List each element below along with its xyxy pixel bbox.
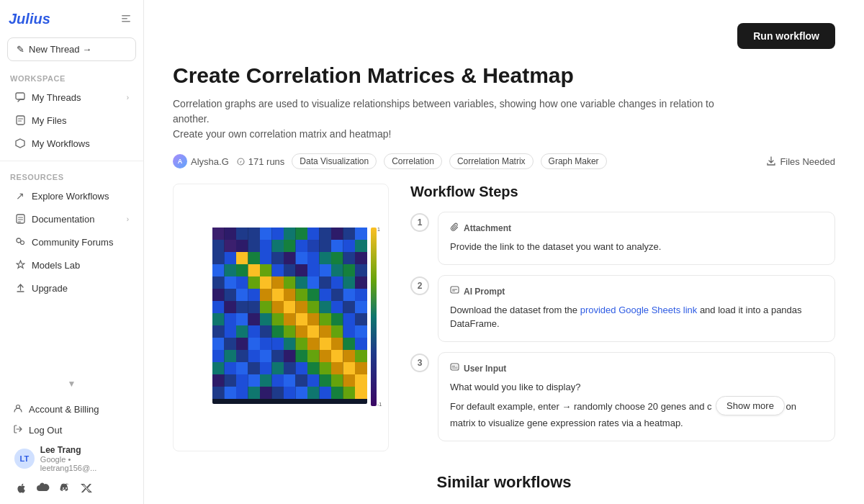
svg-rect-144 [248, 350, 261, 362]
svg-rect-79 [248, 289, 261, 301]
svg-rect-45 [307, 252, 320, 264]
svg-rect-161 [296, 362, 308, 374]
svg-rect-162 [307, 362, 320, 374]
apple-icon[interactable] [14, 481, 29, 495]
docs-icon [14, 213, 26, 225]
svg-rect-53 [248, 264, 261, 276]
svg-rect-117 [236, 325, 248, 338]
sidebar-item-explore-workflows[interactable]: ↗ Explore Workflows [4, 185, 139, 207]
svg-rect-89 [212, 301, 225, 313]
svg-rect-101 [355, 301, 367, 313]
svg-rect-175 [307, 374, 320, 387]
svg-rect-176 [320, 374, 332, 387]
svg-rect-38 [225, 252, 237, 264]
svg-text:-1: -1 [377, 402, 382, 407]
svg-rect-98 [320, 301, 332, 313]
svg-rect-103 [225, 313, 237, 325]
tag-data-viz[interactable]: Data Visualization [292, 153, 377, 169]
svg-rect-135 [296, 338, 308, 350]
step-card-2: AI Prompt Download the dataset from the … [438, 275, 835, 342]
svg-rect-114 [355, 313, 367, 325]
svg-rect-106 [260, 313, 272, 325]
run-workflow-button[interactable]: Run workflow [737, 23, 835, 49]
svg-rect-163 [320, 362, 332, 374]
cloud-icon[interactable] [36, 481, 50, 495]
svg-rect-33 [320, 240, 332, 252]
logout-icon [13, 424, 23, 436]
svg-rect-187 [296, 387, 308, 399]
svg-rect-42 [272, 252, 284, 264]
logo: Julius [9, 11, 50, 27]
svg-rect-61 [343, 264, 356, 276]
svg-rect-91 [236, 301, 248, 313]
sidebar-item-my-files[interactable]: My Files [4, 109, 139, 131]
svg-rect-30 [284, 240, 296, 252]
svg-rect-120 [272, 325, 284, 338]
svg-rect-74 [343, 276, 356, 289]
account-billing-item[interactable]: Account & Billing [7, 399, 136, 420]
svg-rect-75 [355, 276, 367, 289]
twitter-icon[interactable] [79, 481, 94, 495]
svg-rect-18 [296, 228, 308, 240]
svg-rect-177 [331, 374, 343, 387]
workflows-icon [14, 138, 26, 149]
sidebar-item-models-lab[interactable]: Models Lab [4, 254, 139, 276]
sidebar-expand-button[interactable]: ▼ [0, 376, 143, 392]
tag-correlation[interactable]: Correlation [384, 153, 442, 169]
svg-rect-151 [331, 350, 343, 362]
sidebar-label: Models Lab [32, 260, 80, 271]
new-thread-label: New Thread → [29, 44, 91, 55]
svg-rect-55 [272, 264, 284, 276]
step-number-2: 2 [410, 276, 429, 295]
svg-rect-148 [296, 350, 308, 362]
svg-rect-134 [284, 338, 296, 350]
svg-rect-140 [355, 338, 367, 350]
user-email-text: leetrang156@... [40, 464, 96, 472]
runs-count: 171 runs [248, 156, 285, 167]
new-thread-button[interactable]: ✎ New Thread → [7, 37, 136, 61]
step-number-1: 1 [410, 213, 429, 232]
threads-icon [14, 91, 26, 103]
svg-rect-35 [343, 240, 356, 252]
svg-rect-153 [355, 350, 367, 362]
sidebar-collapse-button[interactable] [117, 10, 135, 27]
sidebar-item-documentation[interactable]: Documentation › [4, 208, 139, 230]
svg-rect-15 [260, 228, 272, 240]
svg-rect-157 [248, 362, 261, 374]
user-input-icon [450, 363, 459, 374]
main-content: Run workflow Create Correlation Matrices… [144, 0, 864, 504]
svg-rect-131 [248, 338, 261, 350]
svg-rect-59 [320, 264, 332, 276]
sidebar-item-community-forums[interactable]: Community Forums [4, 231, 139, 253]
svg-rect-32 [307, 240, 320, 252]
author-avatar: A [173, 154, 187, 168]
svg-rect-167 [212, 374, 225, 387]
community-icon [14, 236, 26, 248]
discord-icon[interactable] [58, 481, 72, 495]
show-more-button[interactable]: Show more [716, 396, 785, 415]
sidebar-footer-social [7, 475, 136, 498]
page-title: Create Correlation Matrices & Heatmap [173, 63, 835, 88]
attachment-icon [450, 222, 459, 234]
sidebar-item-my-threads[interactable]: My Threads › [4, 86, 139, 108]
tag-graph-maker[interactable]: Graph Maker [541, 153, 607, 169]
resources-section-label: Resources [0, 167, 143, 184]
desc-part2: Create your own correlation matrix and h… [173, 128, 391, 140]
sidebar-label: Documentation [32, 214, 94, 225]
svg-rect-168 [225, 374, 237, 387]
workflow-steps-title: Workflow Steps [410, 184, 835, 200]
sidebar-item-upgrade[interactable]: Upgrade [4, 277, 139, 299]
sidebar-bottom: Account & Billing Log Out LT Lee Trang G… [0, 392, 143, 504]
svg-rect-149 [307, 350, 320, 362]
step-type-label: Attachment [464, 223, 511, 233]
tag-correlation-matrix[interactable]: Correlation Matrix [449, 153, 534, 169]
log-out-item[interactable]: Log Out [7, 420, 136, 441]
sidebar-item-my-workflows[interactable]: My Workflows [4, 132, 139, 154]
svg-text:1: 1 [377, 227, 380, 232]
svg-rect-77 [225, 289, 237, 301]
svg-rect-160 [284, 362, 296, 374]
svg-rect-80 [260, 289, 272, 301]
chevron-right-icon: › [127, 94, 129, 102]
svg-rect-44 [296, 252, 308, 264]
svg-rect-97 [307, 301, 320, 313]
